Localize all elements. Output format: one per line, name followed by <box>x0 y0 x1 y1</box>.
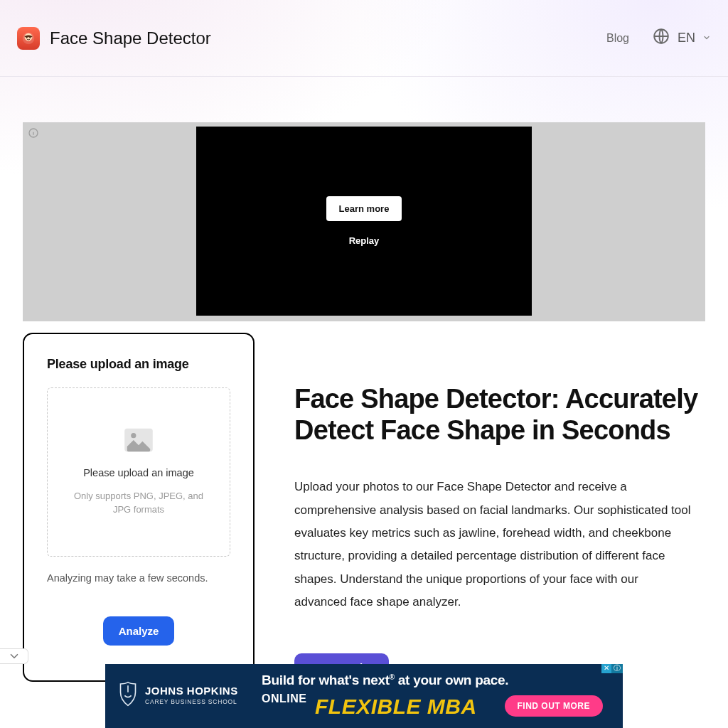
brand-title: Face Shape Detector <box>50 28 211 48</box>
upload-dropzone[interactable]: Please upload an image Only supports PNG… <box>47 387 230 557</box>
upload-title: Please upload an image <box>47 357 230 372</box>
language-label: EN <box>678 31 695 46</box>
banner-headline: Build for what's next® at your own pace. <box>262 673 508 688</box>
dropzone-line2: Only supports PNG, JPEG, and JPG formats <box>68 490 210 517</box>
ad-info-icon[interactable] <box>28 127 39 141</box>
banner-subhead: ONLINE <box>262 692 306 705</box>
svg-point-2 <box>26 36 28 38</box>
banner-cta-button[interactable]: FIND OUT MORE <box>505 695 604 717</box>
ad-close-icon[interactable]: ✕ <box>601 664 611 673</box>
collapse-ad-button[interactable] <box>0 648 28 664</box>
page-title: Face Shape Detector: Accurately Detect F… <box>294 384 705 446</box>
site-header: Face Shape Detector Blog EN <box>0 0 728 77</box>
svg-point-7 <box>131 433 136 438</box>
language-selector[interactable]: EN <box>652 27 711 49</box>
banner-school-line1: JOHNS HOPKINS <box>145 685 238 696</box>
image-placeholder-icon <box>123 427 154 456</box>
analyze-button[interactable]: Analyze <box>103 616 175 646</box>
banner-flexible-mba: FLEXIBLE MBA <box>315 695 477 719</box>
header-right: Blog EN <box>606 27 711 49</box>
nav-blog[interactable]: Blog <box>606 32 629 45</box>
brand[interactable]: Face Shape Detector <box>17 27 211 50</box>
page-description: Upload your photos to our Face Shape Det… <box>294 476 692 614</box>
dropzone-line1: Please upload an image <box>83 467 194 478</box>
video-ad-player: Learn more Replay <box>196 127 532 316</box>
ad-info-icon[interactable]: ⓘ <box>611 664 623 673</box>
app-logo-icon <box>17 27 40 50</box>
learn-more-button[interactable]: Learn more <box>326 196 402 221</box>
analyze-note: Analyzing may take a few seconds. <box>47 572 230 584</box>
hero-ad-slot: Learn more Replay <box>23 122 705 321</box>
upload-card: Please upload an image Please upload an … <box>23 333 255 682</box>
banner-school-line2: CAREY BUSINESS SCHOOL <box>145 698 238 705</box>
replay-button[interactable]: Replay <box>349 235 380 246</box>
globe-icon <box>652 27 670 49</box>
banner-logo: JOHNS HOPKINS CAREY BUSINESS SCHOOL <box>118 680 238 711</box>
bottom-banner-ad[interactable]: ✕ ⓘ JOHNS HOPKINS CAREY BUSINESS SCHOOL … <box>105 664 623 728</box>
svg-point-3 <box>29 36 31 38</box>
main-row: Please upload an image Please upload an … <box>0 321 728 682</box>
ad-badge[interactable]: ✕ ⓘ <box>601 664 623 673</box>
chevron-down-icon <box>702 31 711 46</box>
shield-icon <box>118 680 138 711</box>
copy-column: Face Shape Detector: Accurately Detect F… <box>294 333 705 682</box>
